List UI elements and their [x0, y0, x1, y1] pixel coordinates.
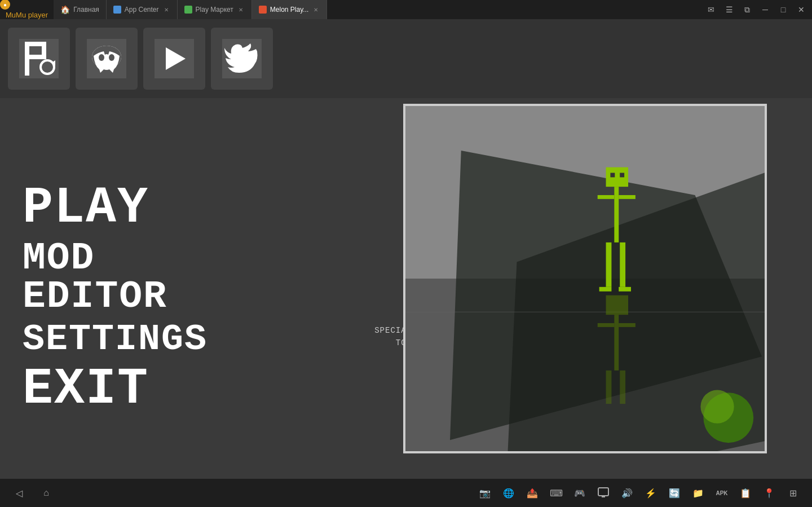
game-menu: PLAY MODEDITOR SETTINGS EXIT SPECIAL THA… — [0, 98, 395, 479]
svg-rect-23 — [614, 187, 619, 243]
svg-point-37 — [700, 390, 734, 423]
screen-icon[interactable] — [595, 485, 611, 501]
game-preview-panel — [403, 104, 767, 453]
game-main-area: PLAY MODEDITOR SETTINGS EXIT SPECIAL THA… — [0, 98, 812, 479]
tab-melon-label: Melon Play... — [270, 6, 308, 14]
mod-editor-button[interactable]: MODEDITOR — [23, 239, 395, 316]
svg-rect-29 — [619, 287, 631, 292]
tab-melon[interactable]: Melon Play... ✕ — [252, 0, 327, 19]
preview-svg — [405, 106, 765, 451]
exit-button[interactable]: EXIT — [23, 364, 395, 415]
discord-icon — [87, 39, 126, 78]
restore-icon[interactable]: ⧉ — [739, 2, 756, 17]
preview-background — [405, 106, 765, 451]
mail-icon[interactable]: ✉ — [703, 2, 720, 17]
home-button[interactable]: ⌂ — [38, 485, 54, 501]
svg-rect-38 — [598, 488, 608, 496]
apk-icon[interactable]: APK — [714, 485, 730, 501]
svg-rect-33 — [619, 323, 636, 327]
svg-rect-24 — [598, 195, 615, 199]
discord-button[interactable] — [76, 28, 138, 90]
volume-icon[interactable]: 🔊 — [619, 485, 635, 501]
play-button[interactable]: PLAY — [23, 183, 395, 233]
svg-rect-28 — [599, 287, 612, 292]
bottombar-left: ◁ ⌂ — [11, 485, 54, 501]
svg-rect-4 — [42, 42, 46, 59]
svg-rect-3 — [29, 55, 42, 59]
playmarket-tab-icon — [184, 6, 192, 14]
tab-appcenter-close[interactable]: ✕ — [162, 6, 170, 14]
tab-appcenter[interactable]: App Center ✕ — [107, 0, 178, 19]
refresh-icon[interactable]: 🔄 — [667, 485, 682, 501]
camera-icon[interactable]: 📷 — [477, 485, 493, 501]
svg-rect-1 — [25, 42, 29, 76]
svg-rect-21 — [610, 173, 615, 177]
keyboard-icon[interactable]: ⌨ — [548, 485, 564, 501]
tab-home-label: Главная — [73, 6, 99, 14]
folder-icon[interactable]: 📁 — [690, 485, 706, 501]
penji-icon — [19, 39, 59, 78]
tab-home[interactable]: 🏠 Главная — [54, 0, 107, 19]
tab-melon-close[interactable]: ✕ — [312, 6, 320, 14]
menu-icon[interactable]: ☰ — [721, 2, 738, 17]
svg-rect-32 — [598, 323, 615, 327]
home-icon: 🏠 — [60, 5, 70, 14]
bottombar-right: 📷 🌐 📤 ⌨ 🎮 🔊 ⚡ 🔄 📁 APK 📋 📍 ⊞ — [477, 485, 801, 501]
minimize-button[interactable]: ─ — [757, 2, 774, 17]
svg-rect-20 — [606, 167, 629, 187]
multiwindow-icon[interactable]: ⊞ — [785, 485, 801, 501]
clipboard-icon[interactable]: 📋 — [738, 485, 753, 501]
svg-rect-2 — [29, 42, 42, 46]
twitter-icon — [222, 39, 262, 78]
svg-rect-35 — [620, 371, 625, 404]
tab-playmarket-label: Play Маркет — [196, 6, 233, 14]
titlebar: ● MuMu player 🏠 Главная App Center ✕ Pla… — [0, 0, 812, 19]
youtube-button[interactable] — [143, 28, 205, 90]
svg-rect-25 — [619, 195, 636, 199]
svg-rect-27 — [620, 243, 625, 287]
close-button[interactable]: ✕ — [793, 2, 810, 17]
tab-appcenter-label: App Center — [125, 6, 159, 14]
penji-button[interactable] — [8, 28, 70, 90]
svg-rect-30 — [606, 296, 629, 315]
play-icon — [155, 39, 194, 78]
network-icon[interactable]: 🌐 — [501, 485, 517, 501]
maximize-button[interactable]: □ — [775, 2, 792, 17]
app-logo: ● MuMu player — [0, 0, 54, 20]
svg-rect-31 — [614, 315, 619, 371]
window-controls: ✉ ☰ ⧉ ─ □ ✕ — [703, 2, 812, 17]
svg-rect-26 — [606, 243, 612, 287]
melon-tab-icon — [259, 6, 267, 14]
twitter-button[interactable] — [211, 28, 273, 90]
bottombar: ◁ ⌂ 📷 🌐 📤 ⌨ 🎮 🔊 ⚡ 🔄 📁 APK 📋 📍 ⊞ — [0, 479, 812, 507]
location-icon[interactable]: 📍 — [761, 485, 777, 501]
svg-rect-22 — [620, 173, 624, 177]
logo-icon: ● — [0, 0, 10, 10]
svg-point-10 — [99, 54, 104, 61]
toolbar-icons-bar — [0, 19, 812, 98]
back-button[interactable]: ◁ — [11, 485, 27, 501]
app-name: MuMu player — [0, 11, 54, 19]
tab-playmarket-close[interactable]: ✕ — [237, 6, 245, 14]
svg-point-11 — [109, 54, 114, 61]
appcenter-tab-icon — [113, 6, 121, 14]
tab-playmarket[interactable]: Play Маркет ✕ — [178, 0, 252, 19]
svg-rect-39 — [602, 496, 605, 497]
share-icon[interactable]: 📤 — [524, 485, 540, 501]
boost-icon[interactable]: ⚡ — [643, 485, 659, 501]
svg-rect-34 — [606, 371, 612, 404]
gamepad-icon[interactable]: 🎮 — [572, 485, 588, 501]
